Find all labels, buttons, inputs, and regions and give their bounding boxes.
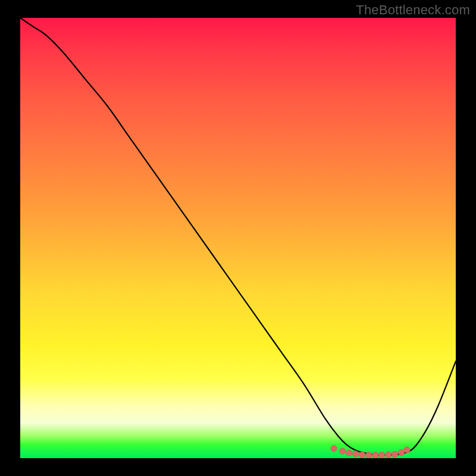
valley-marker <box>346 450 352 456</box>
valley-marker <box>372 452 378 458</box>
valley-marker <box>365 452 371 458</box>
valley-marker <box>378 452 384 458</box>
chart-canvas: TheBottleneck.com <box>0 0 476 476</box>
valley-marker <box>359 452 365 458</box>
bottleneck-curve-line <box>20 18 456 455</box>
valley-marker <box>385 452 391 458</box>
plot-area <box>20 18 456 458</box>
valley-marker <box>352 450 358 456</box>
valley-marker <box>398 449 404 455</box>
watermark-text: TheBottleneck.com <box>356 2 470 18</box>
valley-marker <box>339 448 345 454</box>
valley-marker <box>331 446 337 452</box>
valley-marker <box>404 447 410 453</box>
curve-svg <box>20 18 456 458</box>
valley-marker <box>392 451 397 457</box>
valley-markers <box>331 446 410 459</box>
